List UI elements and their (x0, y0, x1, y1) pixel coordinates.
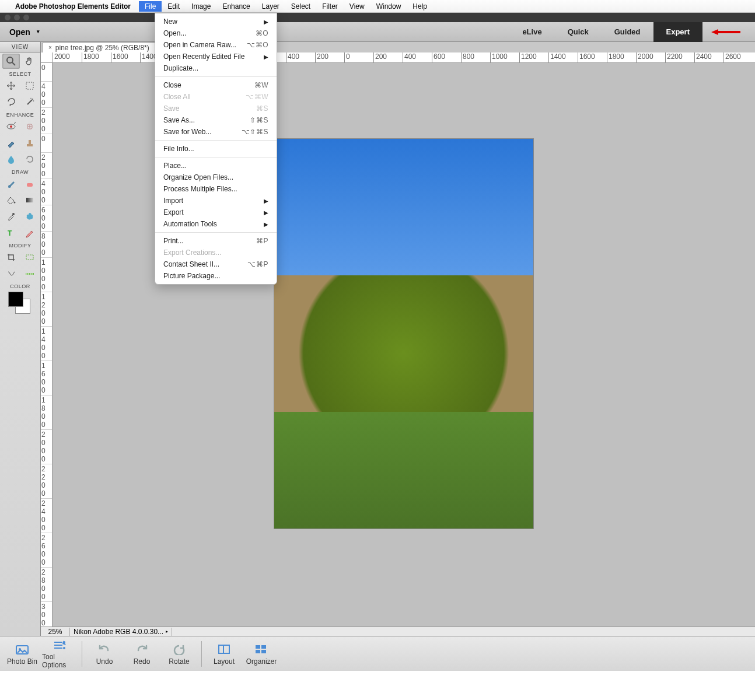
hruler-tick: 1800 (607, 52, 624, 63)
menu-item-close-all: Close All⌥⌘W (155, 91, 277, 103)
menu-image[interactable]: Image (186, 1, 216, 12)
svg-rect-35 (261, 645, 266, 649)
spot-heal-tool[interactable] (21, 119, 39, 134)
menu-file[interactable]: File (139, 1, 162, 12)
status-info[interactable]: Nikon Adobe RGB 4.0.0.30... (70, 628, 172, 636)
menu-layer[interactable]: Layer (256, 1, 285, 12)
type-tool[interactable]: T (2, 225, 20, 240)
menu-edit[interactable]: Edit (162, 1, 186, 12)
straighten-tool[interactable] (21, 266, 39, 281)
organizer-label: Organizer (246, 657, 277, 666)
mac-menubar: Adobe Photoshop Elements Editor FileEdit… (0, 0, 755, 13)
hruler-tick: 2600 (723, 52, 741, 63)
traffic-light-min[interactable] (14, 15, 20, 20)
zoom-level[interactable]: 25% (41, 628, 70, 636)
eraser-tool[interactable] (21, 176, 39, 191)
menu-enhance[interactable]: Enhance (216, 1, 256, 12)
redeye-tool[interactable] (2, 119, 20, 134)
submenu-arrow-icon: ▶ (264, 54, 268, 60)
vruler-tick: 400 (41, 179, 52, 205)
tab-guided[interactable]: Guided (602, 22, 653, 42)
menu-item-print[interactable]: Print...⌘P (155, 235, 277, 247)
menu-item-import[interactable]: Import▶ (155, 195, 277, 206)
tab-elive[interactable]: eLive (509, 22, 554, 42)
clone-stamp-tool[interactable] (21, 135, 39, 150)
menu-item-organize-open-files[interactable]: Organize Open Files... (155, 172, 277, 183)
tool-options-button[interactable]: Tool Options (42, 639, 77, 669)
gradient-tool[interactable] (21, 192, 39, 208)
crop-tool[interactable] (2, 250, 20, 265)
top-toolbar: Open eLiveQuickGuidedExpert (0, 22, 755, 42)
traffic-light-close[interactable] (5, 15, 11, 20)
menu-view[interactable]: View (344, 1, 370, 12)
open-button[interactable]: Open (6, 25, 41, 39)
move-tool[interactable] (2, 78, 20, 93)
svg-rect-22 (26, 255, 33, 260)
close-tab-icon[interactable]: × (48, 44, 52, 51)
layout-button[interactable]: Layout (207, 639, 242, 669)
menu-item-save-for-web[interactable]: Save for Web...⌥⇧⌘S (155, 126, 277, 138)
divider (201, 641, 202, 667)
paint-bucket-tool[interactable] (2, 192, 20, 208)
color-swatches[interactable] (6, 292, 35, 315)
menu-help[interactable]: Help (407, 1, 433, 12)
menu-item-close[interactable]: Close⌘W (155, 79, 277, 91)
eyedropper-tool[interactable] (2, 209, 20, 224)
lasso-tool[interactable] (2, 94, 20, 110)
tab-expert[interactable]: Expert (653, 22, 702, 42)
menu-item-picture-package[interactable]: Picture Package... (155, 270, 277, 282)
hruler-tick: 1000 (490, 52, 508, 63)
organizer-button[interactable]: Organizer (244, 639, 279, 669)
menu-item-export[interactable]: Export▶ (155, 206, 277, 218)
menu-window[interactable]: Window (370, 1, 407, 12)
document-tab[interactable]: × pine tree.jpg @ 25% (RGB/8*) (42, 42, 156, 52)
zoom-tool[interactable] (2, 54, 20, 69)
menu-item-process-multiple-files[interactable]: Process Multiple Files... (155, 183, 277, 195)
brush-tool[interactable] (2, 176, 20, 191)
menu-separator (155, 232, 277, 233)
menu-item-automation-tools[interactable]: Automation Tools▶ (155, 218, 277, 230)
menu-item-open[interactable]: Open...⌘O (155, 27, 277, 39)
sponge-tool[interactable] (21, 152, 39, 167)
photo-bin-button[interactable]: Photo Bin (5, 639, 40, 669)
workspace-row: SELECT ENHANCE DRAW T MODIFY (0, 52, 755, 636)
vruler-tick: 2600 (41, 533, 52, 568)
menu-select[interactable]: Select (285, 1, 316, 12)
menu-item-contact-sheet-ii[interactable]: Contact Sheet II...⌥⌘P (155, 258, 277, 270)
redo-button[interactable]: Redo (124, 639, 159, 669)
menu-item-place[interactable]: Place... (155, 160, 277, 172)
menu-item-new[interactable]: New▶ (155, 16, 277, 27)
tool-options-label: Tool Options (42, 653, 77, 669)
shape-tool[interactable] (21, 209, 39, 224)
marquee-tool[interactable] (21, 78, 39, 93)
menu-item-duplicate[interactable]: Duplicate... (155, 62, 277, 74)
document-image[interactable] (274, 139, 533, 528)
svg-point-18 (13, 202, 15, 204)
menu-filter[interactable]: Filter (316, 1, 344, 12)
svg-point-6 (32, 99, 33, 100)
hruler-tick: 200 (373, 52, 387, 63)
menu-item-open-recently-edited-file[interactable]: Open Recently Edited File▶ (155, 51, 277, 62)
hruler-tick: 400 (286, 52, 299, 63)
menu-item-label: Close (163, 81, 181, 89)
recompose-tool[interactable] (21, 250, 39, 265)
rotate-button[interactable]: Rotate (162, 639, 197, 669)
foreground-color-swatch[interactable] (8, 292, 23, 307)
hand-tool[interactable] (21, 54, 39, 69)
traffic-light-max[interactable] (23, 15, 29, 20)
menu-shortcut: ⇧⌘S (250, 116, 268, 124)
menu-item-file-info[interactable]: File Info... (155, 143, 277, 155)
magic-wand-tool[interactable] (21, 94, 39, 110)
menu-item-open-in-camera-raw[interactable]: Open in Camera Raw...⌥⌘O (155, 39, 277, 51)
hruler-tick: 200 (315, 52, 328, 63)
blur-tool[interactable] (2, 152, 20, 167)
pencil-tool[interactable] (21, 225, 39, 240)
submenu-arrow-icon: ▶ (264, 19, 268, 25)
undo-button[interactable]: Undo (87, 639, 122, 669)
smart-brush-tool[interactable] (2, 135, 20, 150)
tab-quick[interactable]: Quick (555, 22, 602, 42)
content-aware-tool[interactable] (2, 266, 20, 281)
menu-item-label: Organize Open Files... (163, 173, 233, 181)
menu-item-save-as[interactable]: Save As...⇧⌘S (155, 114, 277, 126)
vertical-ruler: 0400200020040060080010001200140016001800… (41, 63, 53, 626)
